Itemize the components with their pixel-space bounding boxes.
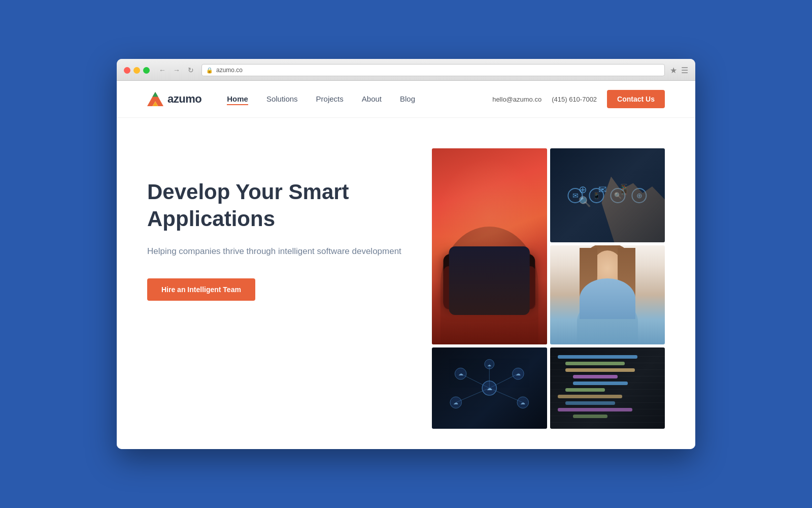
ssl-lock-icon: 🔒 [206, 67, 213, 74]
svg-text:☁: ☁ [487, 385, 492, 391]
nav-blog[interactable]: Blog [400, 94, 415, 103]
close-button[interactable] [124, 67, 130, 74]
browser-nav: ← → ↻ [157, 65, 196, 76]
browser-titlebar: ← → ↻ 🔒 azumo.co ★ ☰ [117, 59, 695, 81]
cloud-network-image: ☁ ☁ ☁ ☁ ☁ ☁ [432, 347, 547, 429]
menu-icon[interactable]: ☰ [681, 66, 688, 75]
url-text: azumo.co [216, 67, 243, 74]
address-bar[interactable]: 🔒 azumo.co [201, 64, 665, 76]
nav-right: hello@azumo.co (415) 610-7002 Contact Us [492, 90, 665, 108]
hero-image-grid: ✉ 📱 🔍 ⊕ [432, 148, 665, 429]
logo-icon [147, 92, 163, 106]
minimize-button[interactable] [133, 67, 140, 74]
website-content: azumo Home Solutions Projects About Blog… [117, 81, 695, 449]
vr-image [432, 148, 547, 344]
browser-actions: ★ ☰ [670, 66, 688, 75]
maximize-button[interactable] [143, 67, 150, 74]
bookmark-icon[interactable]: ★ [670, 66, 677, 75]
back-button[interactable]: ← [157, 65, 168, 76]
person-image [550, 245, 665, 344]
svg-marker-3 [152, 92, 158, 97]
code-image [550, 347, 665, 429]
tech-icons-image: ✉ 📱 🔍 ⊕ [550, 148, 665, 242]
hero-content: Develop Your Smart Applications Helping … [147, 148, 432, 429]
contact-us-button[interactable]: Contact Us [607, 90, 665, 108]
cloud-svg: ☁ ☁ ☁ ☁ ☁ ☁ [432, 347, 547, 429]
nav-links: Home Solutions Projects About Blog [227, 94, 492, 104]
nav-projects[interactable]: Projects [316, 94, 344, 103]
forward-button[interactable]: → [171, 65, 182, 76]
svg-text:☁: ☁ [453, 400, 458, 405]
reload-button[interactable]: ↻ [185, 65, 196, 76]
svg-text:☁: ☁ [487, 362, 491, 367]
svg-text:☁: ☁ [520, 400, 525, 405]
hero-subtitle: Helping companies thrive through intelli… [147, 244, 412, 258]
nav-email: hello@azumo.co [492, 96, 542, 103]
nav-solutions[interactable]: Solutions [266, 94, 298, 103]
nav-home[interactable]: Home [227, 94, 248, 105]
nav-about[interactable]: About [362, 94, 382, 103]
logo[interactable]: azumo [147, 92, 201, 106]
hero-section: Develop Your Smart Applications Helping … [117, 118, 695, 449]
svg-text:☁: ☁ [516, 371, 521, 376]
navbar: azumo Home Solutions Projects About Blog… [117, 81, 695, 118]
hero-title: Develop Your Smart Applications [147, 179, 412, 232]
cta-button[interactable]: Hire an Intelligent Team [147, 278, 255, 301]
svg-text:☁: ☁ [458, 371, 463, 376]
browser-window: ← → ↻ 🔒 azumo.co ★ ☰ azumo [117, 59, 695, 449]
traffic-lights [124, 67, 150, 74]
logo-text: azumo [167, 92, 201, 106]
nav-phone: (415) 610-7002 [552, 96, 597, 103]
